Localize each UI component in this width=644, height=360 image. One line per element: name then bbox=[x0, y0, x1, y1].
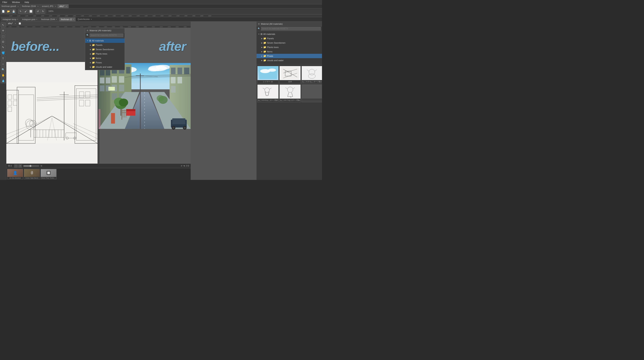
separator-3 bbox=[46, 9, 46, 13]
tab-close-0[interactable]: × bbox=[18, 5, 18, 7]
asset-dr-choi[interactable]: 👤 dr choi shocked bbox=[7, 169, 23, 179]
tab-alley[interactable]: alley* × bbox=[58, 5, 69, 8]
tool-brush[interactable]: 🖌 bbox=[23, 9, 28, 14]
tool-eraser[interactable]: ⬜ bbox=[28, 9, 33, 14]
svg-rect-124 bbox=[171, 68, 176, 74]
canvas-area[interactable]: alley* × ⬜ 1240 1260 1280 1300 1320 1340… bbox=[6, 22, 256, 180]
svg-text:1260: 1260 bbox=[16, 26, 20, 28]
menu-help[interactable]: Help bbox=[24, 1, 30, 4]
thumb-ehon[interactable]: 絵本 bbox=[280, 66, 301, 84]
zoom-plus[interactable]: + bbox=[18, 164, 22, 167]
quick-access-label[interactable]: Quick Access × bbox=[77, 18, 92, 20]
tree-items[interactable]: ▶ 📁 Items bbox=[256, 49, 322, 54]
svg-text:1600: 1600 bbox=[152, 26, 155, 28]
sec-tab-close-0[interactable]: × bbox=[17, 18, 18, 20]
tab-close-2[interactable]: × bbox=[55, 5, 56, 7]
quick-access-close[interactable]: × bbox=[91, 18, 92, 20]
flip-icon[interactable]: ⇆ bbox=[184, 165, 185, 167]
rotate-icon[interactable]: ↺ bbox=[181, 165, 182, 167]
tree-plants[interactable]: ▶ 📁 Plants trees bbox=[256, 45, 322, 49]
svg-rect-134 bbox=[126, 110, 135, 116]
tool-paint[interactable]: ✎ bbox=[0, 45, 6, 50]
tree-plants-2[interactable]: ▶ 📁 Plants trees bbox=[85, 52, 124, 56]
svg-rect-151 bbox=[122, 112, 126, 113]
tab-close-3[interactable]: × bbox=[66, 5, 67, 7]
thumb-empty[interactable] bbox=[302, 84, 322, 102]
tool-select[interactable]: ↖ bbox=[0, 22, 6, 28]
tab-close-1[interactable]: × bbox=[38, 5, 38, 7]
tool-redo[interactable]: ↻ bbox=[40, 9, 45, 14]
svg-text:1580: 1580 bbox=[144, 26, 147, 28]
tool-transform[interactable]: ⬚ bbox=[0, 34, 6, 39]
sec-tab-freshman-2544[interactable]: freshman 25/44 × bbox=[40, 17, 59, 21]
sec-tab-instagram-temp[interactable]: instagram temp × bbox=[1, 17, 20, 21]
right-search-input[interactable] bbox=[261, 27, 321, 31]
svg-text:1580: 1580 bbox=[192, 15, 196, 17]
tree-items-2[interactable]: ▶ 📁 Items bbox=[85, 56, 124, 60]
thumb-sky-svg bbox=[259, 67, 277, 79]
thumb-neko2[interactable]: ねこ3-0-8-ねこポーズ集3 bbox=[257, 84, 278, 102]
tool-shape[interactable]: ○ bbox=[0, 61, 6, 67]
tool-save[interactable]: 💾 bbox=[11, 9, 16, 14]
alley-expand[interactable]: ⬜ bbox=[19, 23, 21, 25]
tree-poses[interactable]: ▶ 📁 Poses bbox=[256, 54, 322, 58]
svg-rect-185 bbox=[281, 86, 299, 98]
tree-poses-2[interactable]: ▶ 📁 Poses bbox=[85, 60, 124, 65]
svg-rect-120 bbox=[119, 85, 124, 91]
sec-tab-close-2[interactable]: × bbox=[56, 18, 57, 20]
alley-tab-close[interactable]: × bbox=[15, 23, 16, 25]
svg-text:1320: 1320 bbox=[40, 26, 44, 28]
tool-hand[interactable]: ✋ bbox=[0, 73, 6, 78]
thumb-layer10[interactable]: レイヤー 10 bbox=[257, 66, 278, 84]
tool-move[interactable]: ✛ bbox=[0, 28, 6, 33]
zoom-minus[interactable]: − bbox=[14, 164, 18, 167]
tool-text[interactable]: T bbox=[0, 56, 6, 61]
sec-tab-instagram-gran[interactable]: instagram gran × bbox=[20, 17, 39, 21]
left-search-input[interactable] bbox=[90, 34, 124, 37]
tree-icon-panels: 📁 bbox=[263, 37, 266, 40]
tool-fill[interactable]: 🪣 bbox=[0, 50, 6, 55]
zoom-slider-thumb[interactable] bbox=[30, 165, 32, 167]
asset-barrel[interactable]: 🛢 Comic Style Barrel bbox=[24, 169, 40, 179]
sec-tab-freshman-12[interactable]: freshman-12 × bbox=[59, 17, 76, 21]
menu-filter[interactable]: Filter bbox=[2, 1, 8, 4]
tab-freshman-2544[interactable]: freshman 25/44 × bbox=[20, 5, 40, 8]
sketch-canvas bbox=[6, 62, 98, 164]
tab-screen1[interactable]: screen1.JPG × bbox=[40, 5, 58, 8]
tool-new[interactable]: 📄 bbox=[1, 9, 6, 14]
svg-rect-125 bbox=[178, 68, 182, 74]
svg-text:1560: 1560 bbox=[136, 26, 139, 28]
tree-seven-swords[interactable]: ▶ 📁 Seven Swordsmen bbox=[256, 41, 322, 45]
left-toolbox: ↖ ✛ ⬚ ⊡ ✎ 🪣 T ○ 🔍 ✋ 💧 bbox=[0, 22, 6, 180]
tool-pencil[interactable]: ✎ bbox=[18, 9, 23, 14]
thumb-neko1[interactable]: ねこ3-10-ねこポーズ集a bbox=[302, 66, 322, 84]
tree-arrow: ▶ bbox=[90, 66, 91, 68]
sec-tab-close-3[interactable]: × bbox=[73, 18, 74, 20]
tree-all-materials-2[interactable]: ▼ ⊞ All materials bbox=[85, 39, 124, 43]
tree-clouds-2[interactable]: ▶ 📁 clouds and water bbox=[85, 65, 124, 69]
tool-eyedropper[interactable]: 💧 bbox=[0, 78, 6, 83]
thumb-neko3[interactable]: ねこ3-0-7-ねコポーズ集a bbox=[280, 84, 301, 102]
tool-crop[interactable]: ⊡ bbox=[0, 39, 6, 44]
tool-zoom[interactable]: 🔍 bbox=[0, 67, 6, 72]
svg-text:1400: 1400 bbox=[120, 15, 124, 17]
tree-clouds[interactable]: ▶ 📁 clouds and water bbox=[256, 58, 322, 63]
svg-point-157 bbox=[119, 99, 128, 107]
svg-text:1380: 1380 bbox=[64, 26, 67, 28]
asset-stone-floor[interactable]: 🔲 Stone Floor Texture 02 bbox=[40, 169, 56, 179]
svg-rect-136 bbox=[140, 74, 140, 129]
tab-freshman-grandi[interactable]: freshman grandi × bbox=[0, 5, 20, 8]
ruler-svg: 1120 1140 1160 1180 1200 1220 1240 1260 … bbox=[7, 14, 322, 17]
fit-button[interactable]: fit bbox=[40, 165, 42, 167]
thumb-label-empty bbox=[302, 99, 322, 99]
svg-text:じ: じ bbox=[109, 88, 110, 89]
svg-text:1360: 1360 bbox=[56, 26, 59, 28]
tree-all-materials[interactable]: ▼ ⊞ All materials bbox=[256, 32, 322, 36]
tree-panels-2[interactable]: ▶ 📁 Panels bbox=[85, 43, 124, 47]
tool-undo[interactable]: ↺ bbox=[36, 9, 40, 14]
tool-open[interactable]: 📂 bbox=[6, 9, 11, 14]
menu-window[interactable]: Window bbox=[11, 1, 20, 4]
tree-panels[interactable]: ▶ 📁 Panels bbox=[256, 36, 322, 41]
sec-tab-close-1[interactable]: × bbox=[36, 18, 37, 20]
tree-seven-swords-2[interactable]: ▶ 📁 Seven Swordsmen bbox=[85, 47, 124, 52]
